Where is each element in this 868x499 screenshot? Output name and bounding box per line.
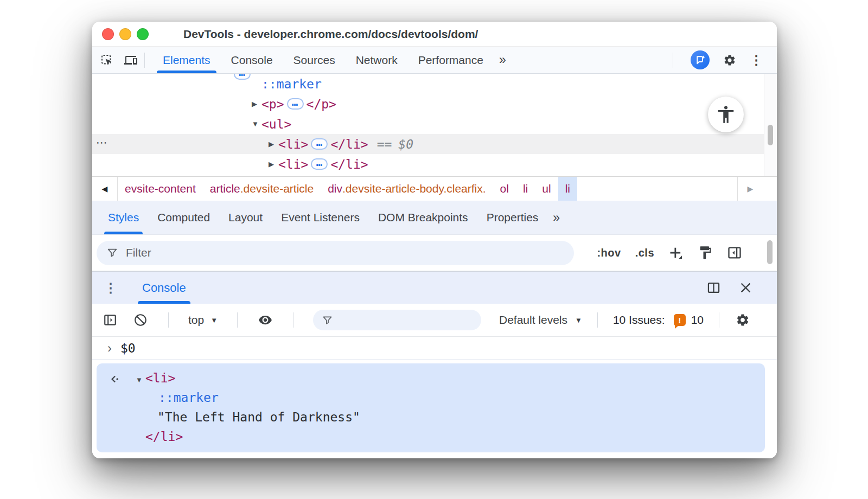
new-style-rule-icon[interactable] <box>668 245 684 260</box>
tab-computed[interactable]: Computed <box>148 201 219 234</box>
tag-close: </li> <box>330 157 368 171</box>
console-result-selected: ▼<li> ::marker "The Left Hand of Darknes… <box>97 363 765 452</box>
ellipsis-pill[interactable]: … <box>311 158 328 170</box>
issues-counter[interactable]: 10 Issues: ! 10 <box>613 314 704 327</box>
close-drawer-icon[interactable] <box>738 280 753 295</box>
hover-state-toggle[interactable]: :hov <box>597 247 621 259</box>
close-window-button[interactable] <box>102 28 114 40</box>
console-command: $0 <box>120 341 136 355</box>
class-toggle[interactable]: .cls <box>635 247 654 259</box>
drawer-header: ⋮ Console <box>92 271 777 304</box>
tab-properties[interactable]: Properties <box>477 201 548 234</box>
split-panel-icon[interactable] <box>706 280 721 295</box>
expand-arrow-icon[interactable]: ▶ <box>269 140 278 148</box>
styles-filter-actions: :hov .cls <box>597 245 742 260</box>
tab-layout[interactable]: Layout <box>219 201 272 234</box>
tab-label: Styles <box>108 211 139 224</box>
filter-funnel-icon <box>106 247 118 259</box>
result-line-close: </li> <box>97 427 765 446</box>
more-tabs-icon[interactable]: » <box>494 53 510 67</box>
breadcrumb-item-selected[interactable]: li <box>558 177 577 201</box>
console-filter-input[interactable] <box>340 314 473 327</box>
chevron-down-icon: ▼ <box>575 316 582 324</box>
breadcrumb-item[interactable]: evsite-content <box>118 177 203 201</box>
context-selector[interactable]: top ▼ <box>188 314 218 327</box>
styles-filter-input[interactable] <box>126 246 564 259</box>
breadcrumb-scroll-right-icon[interactable]: ▶ <box>737 177 763 201</box>
breadcrumb-item[interactable]: ol <box>493 177 516 201</box>
toolbar-divider <box>673 53 673 68</box>
console-settings-gear-icon[interactable] <box>735 312 751 328</box>
elements-scrollbar-thumb[interactable] <box>768 125 773 145</box>
more-tabs-icon[interactable]: » <box>547 210 564 225</box>
expand-arrow-icon[interactable]: ▶ <box>252 100 261 108</box>
crumb-tag: ul <box>542 182 551 195</box>
crumb-tag: li <box>523 182 528 195</box>
accessibility-button[interactable] <box>708 97 744 132</box>
breadcrumb-item[interactable]: div.devsite-article-body.clearfix. <box>321 177 493 201</box>
styles-filter-field[interactable] <box>97 241 574 265</box>
clear-console-icon[interactable] <box>132 312 149 328</box>
crumb-tag: evsite-content <box>125 182 196 195</box>
console-filter-field[interactable] <box>313 310 481 330</box>
tab-elements[interactable]: Elements <box>152 47 221 73</box>
expand-arrow-icon[interactable]: ▶ <box>269 160 278 168</box>
tab-sources[interactable]: Sources <box>283 47 346 73</box>
collapse-arrow-icon[interactable]: ▼ <box>252 120 261 128</box>
breadcrumb-scroll-left-icon[interactable]: ◀ <box>92 177 118 201</box>
ellipsis-pill[interactable]: … <box>287 98 304 110</box>
device-toolbar-icon[interactable] <box>123 52 139 68</box>
inspect-element-icon[interactable] <box>99 52 115 68</box>
breadcrumb-item[interactable]: li <box>516 177 535 201</box>
title-bar: DevTools - developer.chrome.com/docs/dev… <box>92 22 777 47</box>
rendering-brush-icon[interactable] <box>698 245 713 260</box>
window-title: DevTools - developer.chrome.com/docs/dev… <box>183 28 478 41</box>
issues-count: 10 <box>691 314 704 327</box>
toolbar-divider <box>144 53 145 68</box>
more-options-icon[interactable]: ⋮ <box>750 54 763 67</box>
dom-row-li[interactable]: ▶<li>…</li> <box>92 154 777 174</box>
dom-row-ul[interactable]: ▼<ul> <box>92 114 777 134</box>
tab-network[interactable]: Network <box>346 47 408 73</box>
zoom-window-button[interactable] <box>137 28 149 40</box>
toolbar-divider <box>168 312 169 328</box>
result-line-marker: ::marker <box>97 388 765 407</box>
breadcrumb-item[interactable]: article.devsite-article <box>203 177 321 201</box>
dom-tree: … ::marker ▶<p>…</p> ▼<ul> ⋯ ▶<li>…</li>… <box>92 74 777 176</box>
collapse-arrow-icon[interactable]: ▼ <box>136 370 145 390</box>
tab-styles[interactable]: Styles <box>99 201 148 234</box>
tab-dom-breakpoints[interactable]: DOM Breakpoints <box>369 201 477 234</box>
console-toolbar: top ▼ Default levels ▼ 10 Issues: ! 10 <box>92 304 777 337</box>
settings-gear-icon[interactable] <box>722 52 738 68</box>
drawer-tab-console[interactable]: Console <box>135 272 194 304</box>
log-levels-dropdown[interactable]: Default levels ▼ <box>499 314 582 327</box>
filter-funnel-icon <box>322 315 333 326</box>
crumb-classes: .devsite-article <box>240 182 314 195</box>
tab-performance[interactable]: Performance <box>408 47 494 73</box>
ai-assistant-icon[interactable] <box>691 50 710 69</box>
toolbar-divider <box>597 312 598 328</box>
show-console-sidebar-icon[interactable] <box>102 312 118 328</box>
live-expression-eye-icon[interactable] <box>257 312 273 328</box>
prompt-chevron-icon: › <box>107 341 112 356</box>
tag-open: <li> <box>145 371 175 385</box>
dollar-zero-ref: $0 <box>398 137 413 151</box>
dom-row-marker[interactable]: ::marker <box>92 74 777 94</box>
panel-tabs: Elements Console Sources Network Perform… <box>152 47 510 73</box>
breadcrumb-item[interactable]: ul <box>535 177 558 201</box>
show-computed-sidebar-icon[interactable] <box>727 245 742 260</box>
tab-event-listeners[interactable]: Event Listeners <box>272 201 369 234</box>
drawer-actions <box>706 280 753 295</box>
pseudo-element-label: ::marker <box>261 77 322 91</box>
dom-row-li-selected[interactable]: ⋯ ▶<li>…</li>==$0 <box>92 134 764 154</box>
tab-console[interactable]: Console <box>221 47 283 73</box>
row-actions-icon[interactable]: ⋯ <box>96 136 107 149</box>
ellipsis-pill[interactable]: … <box>311 138 328 150</box>
devtools-window: DevTools - developer.chrome.com/docs/dev… <box>92 22 777 458</box>
styles-scrollbar-thumb[interactable] <box>767 240 773 264</box>
context-label: top <box>188 314 204 327</box>
minimize-window-button[interactable] <box>119 28 131 40</box>
elements-scrollbar-track[interactable] <box>764 74 777 176</box>
dom-row-p[interactable]: ▶<p>…</p> <box>92 94 777 114</box>
drawer-menu-icon[interactable]: ⋮ <box>104 282 117 295</box>
